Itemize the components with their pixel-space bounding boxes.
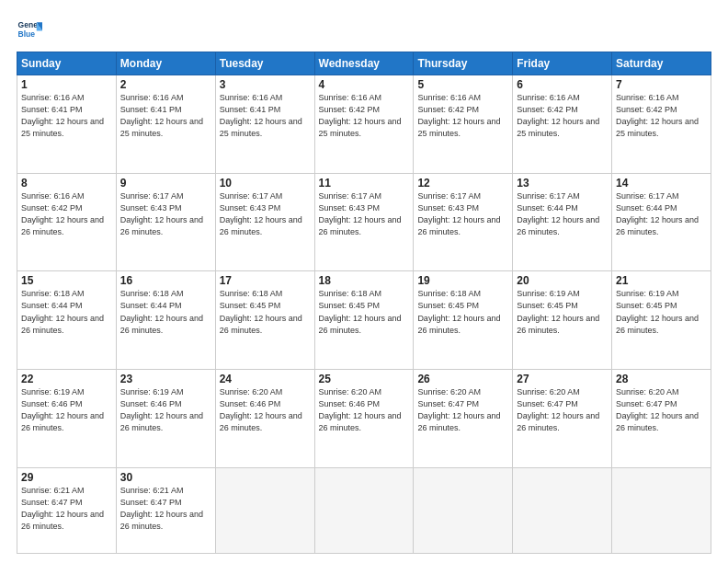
weekday-header-friday: Friday (513, 52, 612, 75)
page: General Blue SundayMondayTuesdayWednesda… (0, 0, 728, 563)
day-info: Sunrise: 6:18 AMSunset: 6:45 PMDaylight:… (220, 289, 302, 334)
day-info: Sunrise: 6:18 AMSunset: 6:44 PMDaylight:… (120, 289, 203, 334)
calendar-cell: 22 Sunrise: 6:19 AMSunset: 6:46 PMDaylig… (17, 370, 117, 468)
day-info: Sunrise: 6:16 AMSunset: 6:42 PMDaylight:… (319, 93, 402, 138)
calendar-cell (215, 467, 314, 553)
calendar-cell: 20 Sunrise: 6:19 AMSunset: 6:45 PMDaylig… (513, 271, 612, 370)
day-info: Sunrise: 6:20 AMSunset: 6:47 PMDaylight:… (616, 387, 699, 432)
calendar-cell: 2 Sunrise: 6:16 AMSunset: 6:41 PMDayligh… (116, 75, 215, 174)
day-number: 30 (120, 471, 211, 484)
calendar-cell: 23 Sunrise: 6:19 AMSunset: 6:46 PMDaylig… (116, 370, 215, 468)
day-number: 25 (319, 373, 410, 385)
calendar-cell: 21 Sunrise: 6:19 AMSunset: 6:45 PMDaylig… (612, 271, 711, 370)
day-info: Sunrise: 6:19 AMSunset: 6:45 PMDaylight:… (517, 289, 599, 334)
calendar-cell: 14 Sunrise: 6:17 AMSunset: 6:44 PMDaylig… (612, 173, 711, 271)
day-number: 9 (120, 177, 211, 190)
weekday-header-row: SundayMondayTuesdayWednesdayThursdayFrid… (17, 52, 711, 75)
day-number: 17 (220, 274, 311, 287)
calendar-week-2: 15 Sunrise: 6:18 AMSunset: 6:44 PMDaylig… (17, 271, 711, 370)
calendar-cell: 18 Sunrise: 6:18 AMSunset: 6:45 PMDaylig… (314, 271, 414, 370)
calendar-cell: 24 Sunrise: 6:20 AMSunset: 6:46 PMDaylig… (215, 370, 314, 468)
day-number: 19 (417, 274, 508, 287)
calendar-cell: 4 Sunrise: 6:16 AMSunset: 6:42 PMDayligh… (314, 75, 414, 174)
day-number: 16 (120, 274, 211, 287)
calendar-table: SundayMondayTuesdayWednesdayThursdayFrid… (17, 52, 711, 554)
calendar-cell: 30 Sunrise: 6:21 AMSunset: 6:47 PMDaylig… (116, 467, 215, 553)
day-number: 27 (517, 373, 608, 385)
day-info: Sunrise: 6:16 AMSunset: 6:41 PMDaylight:… (21, 93, 104, 138)
day-number: 3 (220, 78, 311, 91)
day-info: Sunrise: 6:17 AMSunset: 6:43 PMDaylight:… (120, 191, 203, 236)
day-number: 26 (417, 373, 508, 385)
calendar-cell: 29 Sunrise: 6:21 AMSunset: 6:47 PMDaylig… (17, 467, 117, 553)
calendar-cell: 13 Sunrise: 6:17 AMSunset: 6:44 PMDaylig… (513, 173, 612, 271)
day-info: Sunrise: 6:17 AMSunset: 6:43 PMDaylight:… (220, 191, 302, 236)
day-info: Sunrise: 6:17 AMSunset: 6:43 PMDaylight:… (417, 191, 500, 236)
day-info: Sunrise: 6:21 AMSunset: 6:47 PMDaylight:… (120, 486, 203, 531)
day-number: 18 (319, 274, 410, 287)
calendar-cell: 27 Sunrise: 6:20 AMSunset: 6:47 PMDaylig… (513, 370, 612, 468)
day-info: Sunrise: 6:17 AMSunset: 6:43 PMDaylight:… (319, 191, 402, 236)
calendar-cell: 12 Sunrise: 6:17 AMSunset: 6:43 PMDaylig… (414, 173, 513, 271)
day-number: 12 (417, 177, 508, 190)
svg-text:Blue: Blue (18, 29, 36, 39)
calendar-cell: 17 Sunrise: 6:18 AMSunset: 6:45 PMDaylig… (215, 271, 314, 370)
day-number: 23 (120, 373, 211, 385)
header: General Blue (17, 17, 711, 42)
day-info: Sunrise: 6:18 AMSunset: 6:45 PMDaylight:… (319, 289, 402, 334)
day-number: 24 (220, 373, 311, 385)
day-info: Sunrise: 6:18 AMSunset: 6:45 PMDaylight:… (417, 289, 500, 334)
day-number: 14 (616, 177, 707, 190)
calendar-week-0: 1 Sunrise: 6:16 AMSunset: 6:41 PMDayligh… (17, 75, 711, 174)
day-number: 5 (417, 78, 508, 91)
calendar-week-3: 22 Sunrise: 6:19 AMSunset: 6:46 PMDaylig… (17, 370, 711, 468)
day-number: 22 (21, 373, 112, 385)
calendar-cell (314, 467, 414, 553)
day-info: Sunrise: 6:21 AMSunset: 6:47 PMDaylight:… (21, 486, 104, 531)
calendar-week-1: 8 Sunrise: 6:16 AMSunset: 6:42 PMDayligh… (17, 173, 711, 271)
day-number: 7 (616, 78, 707, 91)
calendar-cell: 1 Sunrise: 6:16 AMSunset: 6:41 PMDayligh… (17, 75, 117, 174)
weekday-header-thursday: Thursday (414, 52, 513, 75)
day-info: Sunrise: 6:19 AMSunset: 6:46 PMDaylight:… (120, 387, 203, 432)
day-number: 1 (21, 78, 112, 91)
calendar-cell (414, 467, 513, 553)
day-info: Sunrise: 6:20 AMSunset: 6:47 PMDaylight:… (417, 387, 500, 432)
calendar-cell: 25 Sunrise: 6:20 AMSunset: 6:46 PMDaylig… (314, 370, 414, 468)
calendar-cell: 15 Sunrise: 6:18 AMSunset: 6:44 PMDaylig… (17, 271, 117, 370)
day-number: 29 (21, 471, 112, 484)
day-info: Sunrise: 6:16 AMSunset: 6:41 PMDaylight:… (220, 93, 302, 138)
day-info: Sunrise: 6:16 AMSunset: 6:42 PMDaylight:… (616, 93, 699, 138)
day-number: 11 (319, 177, 410, 190)
weekday-header-monday: Monday (116, 52, 215, 75)
weekday-header-tuesday: Tuesday (215, 52, 314, 75)
day-info: Sunrise: 6:19 AMSunset: 6:45 PMDaylight:… (616, 289, 699, 334)
logo: General Blue (17, 17, 42, 42)
day-info: Sunrise: 6:17 AMSunset: 6:44 PMDaylight:… (616, 191, 699, 236)
weekday-header-sunday: Sunday (17, 52, 117, 75)
calendar-cell: 10 Sunrise: 6:17 AMSunset: 6:43 PMDaylig… (215, 173, 314, 271)
calendar-cell (513, 467, 612, 553)
day-number: 2 (120, 78, 211, 91)
day-info: Sunrise: 6:20 AMSunset: 6:46 PMDaylight:… (220, 387, 302, 432)
day-info: Sunrise: 6:16 AMSunset: 6:42 PMDaylight:… (417, 93, 500, 138)
calendar-cell: 8 Sunrise: 6:16 AMSunset: 6:42 PMDayligh… (17, 173, 117, 271)
day-info: Sunrise: 6:20 AMSunset: 6:46 PMDaylight:… (319, 387, 402, 432)
day-number: 6 (517, 78, 608, 91)
calendar-cell: 9 Sunrise: 6:17 AMSunset: 6:43 PMDayligh… (116, 173, 215, 271)
day-info: Sunrise: 6:20 AMSunset: 6:47 PMDaylight:… (517, 387, 599, 432)
calendar-cell: 5 Sunrise: 6:16 AMSunset: 6:42 PMDayligh… (414, 75, 513, 174)
weekday-header-saturday: Saturday (612, 52, 711, 75)
day-number: 10 (220, 177, 311, 190)
calendar-cell: 11 Sunrise: 6:17 AMSunset: 6:43 PMDaylig… (314, 173, 414, 271)
day-info: Sunrise: 6:16 AMSunset: 6:42 PMDaylight:… (517, 93, 599, 138)
day-info: Sunrise: 6:16 AMSunset: 6:41 PMDaylight:… (120, 93, 203, 138)
calendar-cell: 7 Sunrise: 6:16 AMSunset: 6:42 PMDayligh… (612, 75, 711, 174)
day-number: 20 (517, 274, 608, 287)
day-info: Sunrise: 6:17 AMSunset: 6:44 PMDaylight:… (517, 191, 599, 236)
calendar-cell: 16 Sunrise: 6:18 AMSunset: 6:44 PMDaylig… (116, 271, 215, 370)
day-info: Sunrise: 6:18 AMSunset: 6:44 PMDaylight:… (21, 289, 104, 334)
day-number: 28 (616, 373, 707, 385)
day-number: 15 (21, 274, 112, 287)
day-number: 21 (616, 274, 707, 287)
